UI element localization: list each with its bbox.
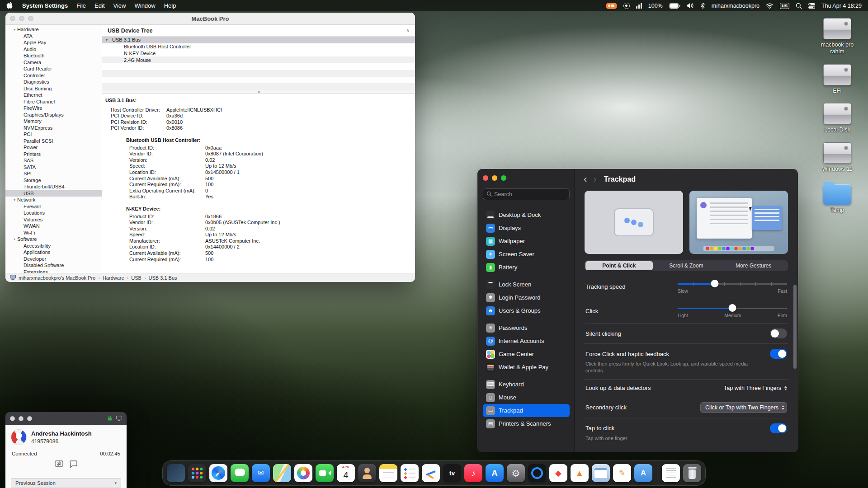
desktop-icon[interactable]: EFI xyxy=(814,64,861,94)
tab[interactable]: Scroll & Zoom xyxy=(653,261,720,270)
sidebar-item[interactable]: Parallel SCSI xyxy=(5,138,102,145)
sidebar-section-network[interactable]: ▾ Network xyxy=(5,197,102,203)
sidebar-item[interactable]: Memory xyxy=(5,118,102,125)
usb-device-row[interactable]: ▾ xyxy=(102,70,415,77)
force-click-toggle[interactable] xyxy=(770,349,787,359)
menubar-menu-item[interactable]: Help xyxy=(164,2,176,9)
back-button[interactable]: ‹ xyxy=(584,174,587,184)
wifi-icon[interactable] xyxy=(766,3,774,9)
file-transfer-icon[interactable] xyxy=(55,460,63,469)
close-button[interactable] xyxy=(483,175,488,181)
notes-icon[interactable] xyxy=(379,464,397,482)
menubar-menu-item[interactable]: Edit xyxy=(94,2,104,9)
sidebar-item[interactable]: ATA xyxy=(5,33,102,40)
sidebar-item[interactable]: Fibre Channel xyxy=(5,99,102,105)
anydesk-icon[interactable]: ◆ xyxy=(549,464,567,482)
menubar-menu-item[interactable]: Window xyxy=(134,2,155,9)
menubar-app-name[interactable]: System Settings xyxy=(22,2,68,9)
volume-icon[interactable] xyxy=(687,3,694,9)
messages-icon[interactable] xyxy=(231,464,249,482)
stats-icon[interactable] xyxy=(636,3,642,9)
tab[interactable]: More Gestures xyxy=(720,261,787,270)
safari-icon[interactable] xyxy=(209,464,227,482)
sidebar-item[interactable]: NVMExpress xyxy=(5,125,102,131)
minimize-button[interactable] xyxy=(19,416,24,421)
disclosure-triangle-icon[interactable]: ▾ xyxy=(12,237,17,241)
silent-clicking-toggle[interactable] xyxy=(770,328,787,338)
usb-device-row[interactable]: ▾ xyxy=(102,83,415,90)
sidebar-item[interactable]: SATA xyxy=(5,164,102,171)
reminders-icon[interactable] xyxy=(401,464,419,482)
settings-sidebar-item[interactable]: Lock Screen xyxy=(483,278,570,291)
sidebar-item[interactable]: Bluetooth xyxy=(5,52,102,59)
freeform-icon[interactable] xyxy=(422,464,440,482)
menubar-device-name[interactable]: miharxmacbookpro xyxy=(712,3,760,9)
usb-device-row[interactable]: ▾ xyxy=(102,63,415,70)
zoom-button[interactable] xyxy=(27,416,32,421)
recording-indicator-icon[interactable] xyxy=(606,3,617,9)
menubar-menu-item[interactable]: View xyxy=(113,2,126,9)
settings-sidebar-item[interactable]: ⌨ Keyboard xyxy=(483,378,570,391)
usb-device-row[interactable]: ▾ USB 3.1 Bus xyxy=(102,37,415,43)
settings-sidebar-item[interactable]: ▭ Displays xyxy=(483,221,570,235)
breadcrumb-item[interactable]: USB xyxy=(124,275,142,281)
expand-chevron-icon[interactable]: ▾ xyxy=(106,38,112,42)
sidebar-item[interactable]: PCI xyxy=(5,131,102,138)
quicktime-icon[interactable] xyxy=(528,464,546,482)
sidebar-item[interactable]: Card Reader xyxy=(5,66,102,72)
sidebar-item[interactable]: WWAN xyxy=(5,223,102,230)
sidebar-item[interactable]: Disc Burning xyxy=(5,85,102,92)
usb-device-row[interactable]: ▾ Bluetooth USB Host Controller xyxy=(102,43,415,50)
click-firmness-slider[interactable] xyxy=(678,304,787,312)
sidebar-section-hardware[interactable]: ▾ Hardware xyxy=(5,26,102,33)
settings-sidebar-item[interactable]: ✱ Login Password xyxy=(483,291,570,304)
trash-icon[interactable] xyxy=(683,464,701,482)
stop-recording-icon[interactable] xyxy=(623,3,630,9)
sidebar-item[interactable]: USB xyxy=(5,190,102,197)
sidebar-item[interactable]: Ethernet xyxy=(5,92,102,99)
zoom-button[interactable] xyxy=(501,175,506,181)
settings-sidebar-item[interactable]: Desktop & Dock xyxy=(483,208,570,221)
mail-icon[interactable]: ✉ xyxy=(252,464,270,482)
settings-sidebar-item[interactable]: Wallet & Apple Pay xyxy=(483,361,570,374)
settings-sidebar-item[interactable]: Game Center xyxy=(483,347,570,361)
sidebar-item[interactable]: Apple Pay xyxy=(5,39,102,46)
forward-button[interactable]: › xyxy=(593,174,596,184)
facetime-icon[interactable] xyxy=(316,464,334,482)
disclosure-triangle-icon[interactable]: ▾ xyxy=(12,28,17,32)
sidebar-item[interactable]: Accessibility xyxy=(5,243,102,249)
slider-thumb[interactable] xyxy=(711,280,719,287)
applications-folder-icon[interactable]: A xyxy=(634,464,652,482)
session-dropdown[interactable]: Previous Session ▾ xyxy=(11,478,121,488)
pages-icon[interactable]: ✎ xyxy=(613,464,631,482)
chat-icon[interactable] xyxy=(70,460,77,469)
music-icon[interactable]: ♪ xyxy=(464,464,482,482)
settings-search-field[interactable] xyxy=(483,188,570,200)
usb-device-tree-header[interactable]: USB Device Tree ∧ xyxy=(102,25,415,37)
breadcrumb-item[interactable]: miharxmacbookpro's MacBook Pro xyxy=(19,275,95,281)
app-store-icon[interactable]: A xyxy=(486,464,504,482)
battery-icon[interactable] xyxy=(669,3,680,9)
settings-sidebar-item[interactable]: ▯ Mouse xyxy=(483,391,570,404)
tv-icon[interactable]: tv xyxy=(443,464,461,482)
system-settings-icon[interactable]: ⚙ xyxy=(507,464,525,482)
slider-thumb[interactable] xyxy=(729,304,736,312)
desktop-icon[interactable]: Windows 11 xyxy=(814,142,861,173)
collapse-chevron-icon[interactable]: ∧ xyxy=(406,28,410,33)
breadcrumb-item[interactable]: USB 3.1 Bus xyxy=(142,275,177,281)
settings-sidebar-item[interactable]: ▤ Printers & Scanners xyxy=(483,417,570,430)
bluetooth-icon[interactable] xyxy=(700,2,705,9)
desktop-icon[interactable]: macbook pro rahim xyxy=(814,18,861,55)
scrollbar-thumb[interactable] xyxy=(793,285,797,369)
settings-sidebar-item[interactable]: ▦ Wallpaper xyxy=(483,235,570,248)
sidebar-item[interactable]: SAS xyxy=(5,157,102,164)
sidebar-item[interactable]: Graphics/Displays xyxy=(5,112,102,118)
contacts-icon[interactable] xyxy=(358,464,376,482)
sidebar-item[interactable]: Power xyxy=(5,144,102,151)
settings-sidebar-item[interactable]: @ Internet Accounts xyxy=(483,334,570,347)
sidebar-section-software[interactable]: ▾ Software xyxy=(5,236,102,243)
sysinfo-titlebar[interactable]: MacBook Pro xyxy=(5,13,415,25)
sidebar-item[interactable]: Volumes xyxy=(5,216,102,223)
input-source-icon[interactable]: US xyxy=(780,3,789,9)
menubar-clock[interactable]: Thu Apr 4 18:29 xyxy=(821,3,862,9)
